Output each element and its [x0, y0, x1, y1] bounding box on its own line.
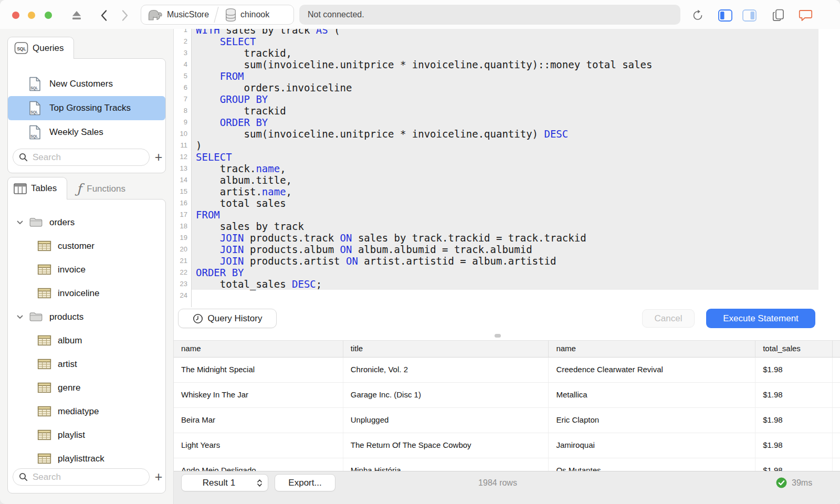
column-header[interactable]: title [343, 341, 549, 357]
table-cell[interactable]: $1.98 [755, 433, 832, 458]
toggle-right-sidebar-icon[interactable] [741, 9, 757, 22]
result-selector[interactable]: Result 1 [181, 474, 268, 491]
column-header[interactable]: name [548, 341, 755, 357]
query-item[interactable]: SQLTop Grossing Tracks [8, 96, 165, 120]
table-cell[interactable]: $1.98 [755, 458, 832, 472]
table-cell[interactable]: Unplugged [343, 408, 549, 433]
code-text[interactable]: trackid [192, 105, 818, 117]
export-button[interactable]: Export... [275, 474, 335, 491]
queries-search-input[interactable] [32, 152, 139, 163]
code-text[interactable]: ORDER BY [192, 267, 818, 278]
table-cell[interactable]: $1.98 [755, 408, 832, 433]
breadcrumb: MusicStore chinook [141, 5, 294, 25]
schema-tree-item[interactable]: products [8, 305, 165, 329]
table-cell[interactable]: Minha História [343, 458, 549, 472]
feedback-bubble-icon[interactable] [797, 9, 813, 22]
table-row[interactable]: Beira MarUnpluggedEric Clapton$1.98 [174, 408, 840, 433]
zoom-window-button[interactable] [45, 12, 52, 19]
schema-tree-item[interactable]: orders [8, 211, 165, 234]
tab-tables[interactable]: Tables [7, 177, 67, 200]
toggle-left-sidebar-icon[interactable] [717, 9, 733, 22]
table-cell[interactable]: The Midnight Special [174, 358, 343, 382]
column-header[interactable]: name [174, 341, 343, 357]
code-text[interactable]: sales_by_track [192, 220, 818, 232]
table-cell[interactable]: Eric Clapton [548, 408, 755, 433]
close-window-button[interactable] [12, 12, 19, 19]
code-text[interactable]: SELECT [192, 151, 818, 163]
breadcrumb-server[interactable]: MusicStore [141, 5, 213, 24]
code-text[interactable]: JOIN products.artist ON artist.artistid … [192, 255, 818, 267]
table-cell[interactable]: The Return Of The Space Cowboy [343, 433, 549, 458]
tab-queries[interactable]: SQL Queries [7, 37, 74, 59]
table-row[interactable]: The Midnight SpecialChronicle, Vol. 2Cre… [174, 358, 840, 383]
table-row[interactable]: Light YearsThe Return Of The Space Cowbo… [174, 433, 840, 458]
table-cell[interactable]: Jamiroquai [548, 433, 755, 458]
code-text[interactable]: SELECT [192, 36, 818, 47]
code-text[interactable]: artist.name, [192, 186, 818, 197]
code-text[interactable]: ) [192, 140, 818, 151]
table-cell[interactable]: $1.98 [755, 383, 832, 407]
add-query-button[interactable]: + [150, 149, 167, 166]
duplicate-window-icon[interactable] [770, 9, 786, 22]
code-text[interactable]: JOIN products.album ON album.albumid = t… [192, 244, 818, 255]
add-table-button[interactable]: + [150, 468, 166, 486]
table-tree-item[interactable]: album [8, 329, 165, 352]
sql-editor[interactable]: 1WITH sales_by_track AS (2 SELECT3 track… [174, 29, 840, 331]
pane-splitter[interactable] [174, 331, 840, 340]
chevron-down-icon[interactable] [16, 314, 24, 320]
table-tree-item[interactable]: customer [8, 234, 165, 258]
column-header[interactable]: total_sales [755, 341, 832, 357]
table-tree-item[interactable]: invoiceline [8, 281, 165, 305]
table-tree-item[interactable]: genre [8, 376, 165, 400]
table-cell[interactable]: Creedence Clearwater Revival [548, 358, 755, 382]
table-cell[interactable]: Metallica [548, 383, 755, 407]
eject-disconnect-icon[interactable] [69, 9, 85, 22]
code-text[interactable]: WITH sales_by_track AS ( [192, 29, 818, 36]
code-text[interactable] [192, 290, 818, 301]
breadcrumb-database[interactable]: chinook [219, 5, 274, 24]
code-text[interactable]: JOIN products.track ON sales_by_track.tr… [192, 232, 818, 244]
editor-actions: Query History Cancel Execute Statement [174, 309, 840, 331]
query-item[interactable]: SQLNew Customers [8, 72, 165, 96]
cancel-button[interactable]: Cancel [642, 309, 695, 328]
table-tree-item[interactable]: invoice [8, 258, 165, 281]
code-text[interactable]: sum(invoiceline.unitprice * invoiceline.… [192, 128, 818, 140]
code-text[interactable]: sum(invoiceline.unitprice * invoiceline.… [192, 59, 818, 70]
table-cell[interactable]: Whiskey In The Jar [174, 383, 343, 407]
table-cell[interactable]: Light Years [174, 433, 343, 458]
table-cell[interactable]: Ando Meio Desligado [174, 458, 343, 472]
code-text[interactable]: total_sales [192, 197, 818, 209]
refresh-icon[interactable] [689, 9, 705, 22]
back-button[interactable] [96, 9, 112, 22]
table-row[interactable]: Ando Meio DesligadoMinha HistóriaOs Muta… [174, 458, 840, 472]
code-text[interactable]: FROM [192, 70, 818, 82]
table-cell[interactable]: Garage Inc. (Disc 1) [343, 383, 549, 407]
code-text[interactable]: FROM [192, 209, 818, 220]
table-cell[interactable]: Os Mutantes [548, 458, 755, 472]
table-cell[interactable]: Chronicle, Vol. 2 [343, 358, 549, 382]
table-tree-item[interactable]: mediatype [8, 400, 165, 423]
tab-functions[interactable]: ƒ Functions [77, 180, 125, 198]
table-tree-item[interactable]: playlisttrack [8, 447, 165, 470]
code-text[interactable]: ORDER BY [192, 117, 818, 128]
execute-statement-button[interactable]: Execute Statement [706, 309, 815, 328]
table-tree-item[interactable]: artist [8, 352, 165, 376]
chevron-down-icon[interactable] [16, 220, 24, 225]
code-text[interactable]: track.name, [192, 163, 818, 174]
forward-button[interactable] [117, 9, 133, 22]
table-tree-item[interactable]: playlist [8, 423, 165, 447]
table-cell[interactable]: Beira Mar [174, 408, 343, 433]
tables-search-box[interactable] [13, 468, 150, 486]
table-row[interactable]: Whiskey In The JarGarage Inc. (Disc 1)Me… [174, 383, 840, 408]
code-text[interactable]: total_sales DESC; [192, 278, 818, 290]
tables-search-input[interactable] [32, 471, 139, 483]
code-text[interactable]: orders.invoiceline [192, 82, 818, 93]
code-text[interactable]: GROUP BY [192, 93, 818, 105]
query-history-button[interactable]: Query History [178, 309, 277, 328]
query-item[interactable]: SQLWeekly Sales [8, 120, 165, 144]
minimize-window-button[interactable] [28, 12, 35, 19]
code-text[interactable]: trackid, [192, 47, 818, 59]
queries-search-box[interactable] [13, 149, 150, 166]
code-text[interactable]: album.title, [192, 174, 818, 186]
table-cell[interactable]: $1.98 [755, 358, 832, 382]
